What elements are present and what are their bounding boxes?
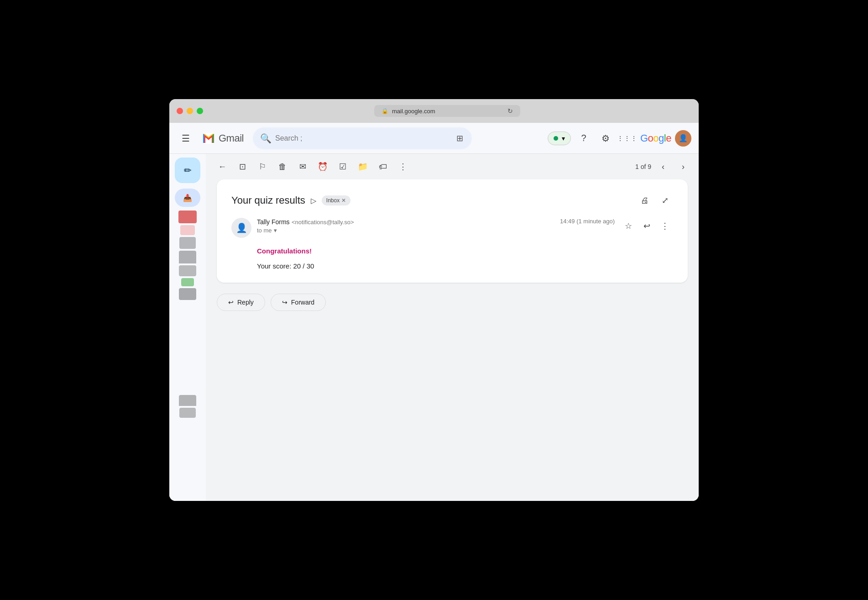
sidebar-item-5[interactable]	[179, 265, 196, 276]
task-icon: ☑	[339, 162, 346, 172]
chevron-left-icon: ‹	[662, 162, 664, 172]
header-right: ▾ ? ⚙ ⋮⋮⋮ Google 👤	[548, 129, 691, 147]
pagination: 1 of 9 ‹ ›	[635, 158, 691, 175]
more-email-options-button[interactable]: ⋮	[657, 218, 673, 234]
archive-icon: ⊡	[239, 162, 246, 172]
search-filter-button[interactable]: ⊞	[452, 130, 468, 147]
email-toolbar: ← ⊡ ⚐ 🗑 ✉ ⏰	[206, 154, 699, 179]
more-options-icon: ⋮	[661, 221, 669, 231]
sidebar-item-6[interactable]	[181, 278, 194, 286]
compose-button[interactable]: ✏	[175, 158, 200, 183]
reply-btn-label: Reply	[237, 299, 254, 306]
minimize-button[interactable]	[187, 108, 193, 114]
sidebar-item-2[interactable]	[180, 225, 195, 235]
email-actions-right: ☆ ↩ ⋮	[620, 218, 673, 234]
chevron-right-icon: ›	[682, 162, 685, 172]
avatar-image: 👤	[679, 134, 688, 142]
url-bar: 🔒 mail.google.com ↻	[374, 105, 520, 117]
next-email-button[interactable]: ›	[675, 158, 691, 175]
snooze-button[interactable]: ⏰	[314, 158, 332, 176]
help-button[interactable]: ?	[575, 129, 593, 147]
mark-unread-button[interactable]: ✉	[293, 158, 312, 176]
email-top-actions: 🖨 ⤢	[637, 192, 673, 209]
gmail-header: ☰ Gmail	[169, 123, 699, 154]
gmail-text: Gmail	[219, 132, 244, 144]
email-body: Congratulations! Your score: 20 / 30	[231, 247, 673, 270]
star-button[interactable]: ☆	[620, 218, 637, 234]
mac-window: 🔒 mail.google.com ↻ ☰	[169, 99, 699, 501]
expand-recipient-icon: ▾	[274, 227, 277, 234]
move-to-button[interactable]: 📁	[354, 158, 372, 176]
settings-icon: ⚙	[601, 133, 610, 144]
compose-icon: ✏	[184, 165, 192, 176]
star-icon: ☆	[625, 221, 632, 231]
spam-button[interactable]: ⚐	[253, 158, 272, 176]
more-actions-button[interactable]: ⋮	[394, 158, 412, 176]
reply-icon: ↩	[643, 221, 650, 231]
sidebar: ✏ 📥	[169, 154, 206, 501]
search-icon: 🔍	[260, 133, 272, 144]
reply-quick-button[interactable]: ↩	[638, 218, 655, 234]
gmail-logo: Gmail	[200, 130, 244, 147]
close-button[interactable]	[177, 108, 183, 114]
google-logo-text: Google	[640, 132, 671, 144]
email-subject: Your quiz results	[231, 195, 305, 206]
search-bar: 🔍 ⊞	[253, 127, 472, 149]
prev-email-button[interactable]: ‹	[655, 158, 671, 175]
forward-button[interactable]: ↪ Forward	[271, 294, 326, 311]
sidebar-item-9[interactable]	[179, 408, 196, 418]
forward-btn-label: Forward	[291, 299, 314, 306]
svg-rect-2	[203, 134, 204, 143]
apps-icon: ⋮⋮⋮	[617, 135, 638, 142]
title-bar: 🔒 mail.google.com ↻	[169, 99, 699, 123]
inbox-badge: Inbox ✕	[322, 195, 350, 205]
label-button[interactable]: 🏷	[374, 158, 392, 176]
congratulations-text: Congratulations!	[257, 247, 673, 255]
sidebar-item-1[interactable]	[178, 211, 197, 223]
back-button[interactable]: ←	[213, 158, 231, 176]
sidebar-nav-items	[178, 211, 197, 418]
recipient-info[interactable]: to me ▾	[257, 227, 554, 234]
sidebar-item-3[interactable]	[179, 237, 196, 249]
email-subject-row: Your quiz results ▷ Inbox ✕ 🖨	[231, 192, 673, 209]
hamburger-icon: ☰	[182, 133, 190, 144]
inbox-badge-text: Inbox	[326, 197, 340, 204]
open-in-new-window-button[interactable]: ⤢	[657, 192, 673, 209]
apps-button[interactable]: ⋮⋮⋮	[618, 129, 637, 147]
open-new-window-icon: ⤢	[662, 195, 669, 205]
add-task-button[interactable]: ☑	[334, 158, 352, 176]
print-button[interactable]: 🖨	[637, 192, 653, 209]
settings-button[interactable]: ⚙	[596, 129, 615, 147]
back-icon: ←	[218, 162, 226, 172]
avatar[interactable]: 👤	[675, 130, 691, 147]
status-button[interactable]: ▾	[548, 132, 571, 145]
maximize-button[interactable]	[197, 108, 203, 114]
help-icon: ?	[581, 133, 586, 143]
svg-rect-3	[213, 134, 214, 143]
inbox-icon: 📥	[183, 194, 192, 202]
mail-icon: ✉	[299, 162, 306, 172]
filter-icon: ⊞	[456, 133, 463, 143]
sender-info: Tally Forms <notifications@tally.so> to …	[257, 218, 554, 234]
app-body: ☰ Gmail	[169, 123, 699, 501]
search-input[interactable]	[275, 134, 448, 142]
sidebar-item-4[interactable]	[179, 251, 196, 263]
sidebar-item-8[interactable]	[179, 395, 196, 406]
sidebar-item-7[interactable]	[179, 288, 196, 300]
remove-inbox-label-button[interactable]: ✕	[341, 197, 346, 204]
traffic-lights	[177, 108, 203, 114]
lock-icon: 🔒	[382, 108, 388, 114]
sidebar-item-inbox[interactable]: 📥	[175, 189, 200, 207]
archive-button[interactable]: ⊡	[233, 158, 251, 176]
url-text: mail.google.com	[392, 108, 435, 115]
refresh-icon[interactable]: ↻	[507, 107, 513, 115]
menu-button[interactable]: ☰	[177, 129, 195, 147]
to-me-text: to me	[257, 227, 272, 234]
email-meta-row: 👤 Tally Forms <notifications@tally.so> t…	[231, 218, 673, 238]
label-icon: 🏷	[379, 162, 387, 172]
reply-button[interactable]: ↩ Reply	[217, 294, 265, 311]
snooze-icon: ⏰	[318, 162, 328, 172]
delete-button[interactable]: 🗑	[273, 158, 292, 176]
more-icon: ⋮	[399, 162, 407, 172]
delete-icon: 🗑	[278, 162, 287, 172]
